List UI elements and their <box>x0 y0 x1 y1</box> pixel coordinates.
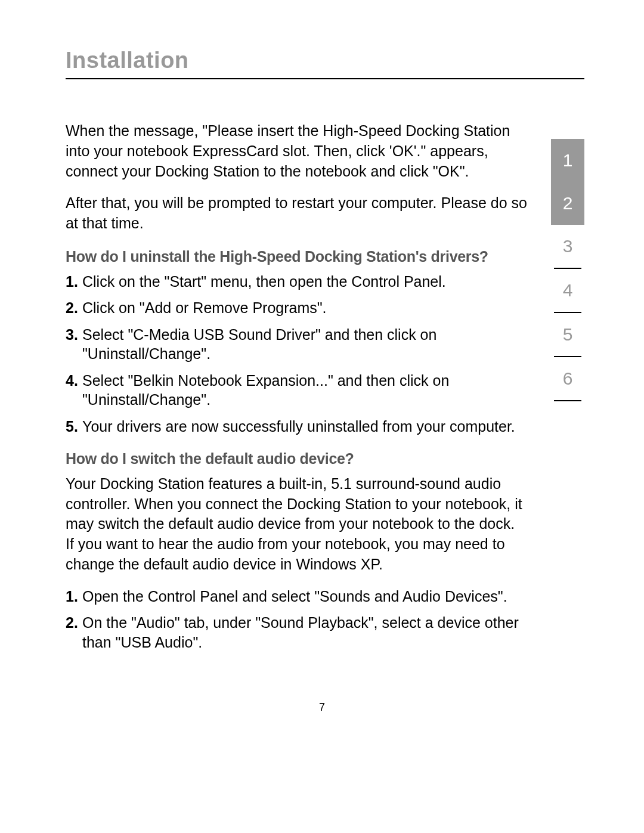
list-text: Click on "Add or Remove Programs". <box>82 298 527 318</box>
list-item: 5.Your drivers are now successfully unin… <box>66 417 527 436</box>
list-number: 2. <box>66 613 82 652</box>
list-text: Select "C-Media USB Sound Driver" and th… <box>82 325 527 364</box>
audio-steps-list: 1.Open the Control Panel and select "Sou… <box>66 587 527 652</box>
audio-intro-paragraph: Your Docking Station features a built-in… <box>66 474 527 575</box>
nav-item-6[interactable]: 6 <box>551 357 584 400</box>
section-heading-audio: How do I switch the default audio device… <box>66 449 527 469</box>
nav-item-2[interactable]: 2 <box>551 182 584 225</box>
intro-paragraph-2: After that, you will be prompted to rest… <box>66 193 527 234</box>
list-text: Your drivers are now successfully uninst… <box>82 417 527 436</box>
intro-paragraph-1: When the message, "Please insert the Hig… <box>66 121 527 181</box>
list-text: On the "Audio" tab, under "Sound Playbac… <box>82 613 527 652</box>
section-nav: 1 2 3 4 5 6 <box>551 121 584 659</box>
list-number: 1. <box>66 272 82 292</box>
page-title: Installation <box>66 48 584 73</box>
list-item: 2.On the "Audio" tab, under "Sound Playb… <box>66 613 527 652</box>
list-number: 3. <box>66 325 82 364</box>
nav-item-4[interactable]: 4 <box>551 269 584 312</box>
list-item: 1.Click on the "Start" menu, then open t… <box>66 272 527 292</box>
page-number: 7 <box>319 701 325 714</box>
content-area: When the message, "Please insert the Hig… <box>66 121 584 659</box>
nav-item-1[interactable]: 1 <box>551 139 584 182</box>
list-number: 1. <box>66 587 82 606</box>
nav-divider <box>554 400 581 401</box>
list-item: 4.Select "Belkin Notebook Expansion..." … <box>66 371 527 410</box>
nav-item-5[interactable]: 5 <box>551 313 584 356</box>
list-item: 3.Select "C-Media USB Sound Driver" and … <box>66 325 527 364</box>
list-text: Click on the "Start" menu, then open the… <box>82 272 527 292</box>
list-number: 2. <box>66 298 82 318</box>
list-number: 4. <box>66 371 82 410</box>
section-heading-uninstall: How do I uninstall the High-Speed Dockin… <box>66 247 527 267</box>
title-divider <box>66 78 584 79</box>
list-item: 1.Open the Control Panel and select "Sou… <box>66 587 527 606</box>
list-number: 5. <box>66 417 82 436</box>
nav-item-3[interactable]: 3 <box>551 225 584 268</box>
list-item: 2.Click on "Add or Remove Programs". <box>66 298 527 318</box>
list-text: Open the Control Panel and select "Sound… <box>82 587 527 606</box>
uninstall-steps-list: 1.Click on the "Start" menu, then open t… <box>66 272 527 436</box>
list-text: Select "Belkin Notebook Expansion..." an… <box>82 371 527 410</box>
main-column: When the message, "Please insert the Hig… <box>66 121 527 659</box>
